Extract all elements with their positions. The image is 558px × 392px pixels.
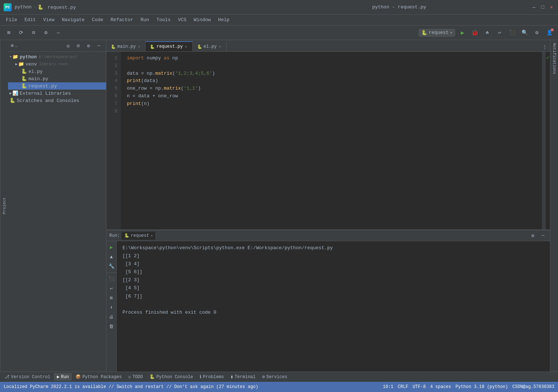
tree-venv-item[interactable]: ▶ 📁 venv library root — [8, 60, 106, 68]
title-bar-left: PC python › 🐍 request.py — [4, 3, 268, 11]
grid-icon: ⊞ — [11, 43, 13, 48]
python-packages-label: Python Packages — [82, 375, 122, 380]
toolbar-layout-btn[interactable]: ⊞ — [4, 28, 14, 38]
menu-bar: File Edit View Navigate Code Refactor Ru… — [0, 15, 558, 26]
menu-code[interactable]: Code — [89, 16, 106, 24]
venv-label: library root — [39, 62, 68, 66]
tree-request-py-item[interactable]: 🐍 request.py — [8, 82, 106, 90]
status-encoding[interactable]: UTF-8 — [413, 384, 426, 389]
run-divider-1 — [106, 273, 116, 273]
project-collapse-icon[interactable]: ⊟ — [74, 42, 83, 50]
bottom-tab-python-console[interactable]: 🐍 Python Console — [147, 373, 196, 381]
status-line-ending[interactable]: CRLF — [398, 384, 408, 389]
settings-button[interactable]: ⚙ — [532, 28, 542, 38]
run-header-icons: ⚙ — — [529, 232, 547, 240]
user-button[interactable]: 👤 — [544, 28, 554, 38]
bottom-tab-services[interactable]: ⚙ Services — [259, 373, 290, 381]
bottom-tab-run[interactable]: ▶ Run — [54, 373, 72, 381]
bottom-tab-version-control[interactable]: ⎇ Version Control — [1, 373, 53, 381]
run-tab-request[interactable]: 🐍 request ✕ — [121, 232, 156, 240]
main-py-name: main.py — [28, 76, 48, 82]
tab-main-py[interactable]: 🐍 main.py ✕ — [106, 42, 145, 51]
run-settings-icon[interactable]: ⚙ — [529, 232, 537, 240]
debug-button[interactable]: 🐞 — [470, 28, 480, 38]
stop-button[interactable]: ⬛ — [507, 28, 517, 38]
maximize-button[interactable]: □ — [540, 4, 546, 10]
request-py-icon: 🐍 — [21, 83, 27, 89]
notifications-label[interactable]: Notifications — [551, 40, 557, 77]
line-num-4: 4 — [108, 77, 120, 85]
run-button[interactable]: ▶ — [457, 28, 468, 38]
profile-button[interactable]: ↩ — [495, 28, 505, 38]
menu-refactor[interactable]: Refactor — [108, 16, 136, 24]
run-wrench-icon[interactable]: 🔧 — [108, 262, 116, 270]
menu-view[interactable]: View — [40, 16, 57, 24]
run-trash-icon[interactable]: 🗑 — [108, 322, 116, 330]
search-everywhere-button[interactable]: 🔍 — [519, 28, 530, 38]
toolbar-settings-btn[interactable]: ⚙ — [41, 28, 51, 38]
run-output: E:\Workspace\python\venv\Scripts\python.… — [117, 241, 550, 372]
run-rerun-icon[interactable]: ↩ — [108, 285, 116, 293]
tree-el-py-item[interactable]: 🐍 el.py — [8, 68, 106, 75]
title-bar: PC python › 🐍 request.py python - reques… — [0, 0, 558, 15]
tab-request-py[interactable]: 🐍 request.py ✕ — [145, 41, 192, 51]
project-panel-label[interactable]: Project — [0, 40, 8, 372]
tree-external-libs-item[interactable]: ▶ 📊 External Libraries — [8, 90, 106, 97]
tree-root-item[interactable]: ▾ 📁 python E:\Workspace\pyt — [8, 53, 106, 60]
window-title: python - request.py — [268, 4, 531, 10]
menu-run[interactable]: Run — [138, 16, 152, 24]
run-tab-close[interactable]: ✕ — [151, 234, 153, 238]
code-editor[interactable]: import numpy as np data = np.matrix('1,2… — [121, 52, 542, 230]
breadcrumb-file: 🐍 request.py — [38, 4, 76, 10]
run-print-icon[interactable]: 🖨 — [108, 313, 116, 321]
run-layout-icon[interactable]: ⊞ — [108, 294, 116, 302]
project-locate-icon[interactable]: ◎ — [64, 42, 73, 50]
status-position[interactable]: 10:1 — [383, 384, 394, 389]
bottom-tab-problems[interactable]: ℹ Problems — [197, 373, 227, 381]
bottom-tab-python-packages[interactable]: 📦 Python Packages — [73, 373, 125, 381]
status-python-version[interactable]: Python 3.10 (python) — [456, 384, 508, 389]
project-close-icon[interactable]: — — [94, 42, 103, 50]
run-minimize-icon[interactable]: — — [539, 232, 547, 240]
menu-help[interactable]: Help — [215, 16, 232, 24]
run-sortdown-icon[interactable]: ⬇ — [108, 303, 116, 311]
bottom-tab-todo[interactable]: ☑ TODO — [125, 373, 146, 381]
run-config-selector[interactable]: 🐍 request ▾ — [418, 29, 455, 37]
request-py-tab-close[interactable]: ✕ — [184, 44, 188, 49]
tree-scratches-item[interactable]: 🐍 Scratches and Consoles — [8, 97, 106, 104]
run-play-icon[interactable]: ▶ — [108, 243, 116, 251]
toolbar-sync-btn[interactable]: ⟳ — [16, 28, 26, 38]
tab-el-py[interactable]: 🐍 el.py ✕ — [193, 42, 227, 51]
run-panel-header: Run: 🐍 request ✕ ⚙ — — [106, 230, 550, 241]
pycharm-logo: PC — [4, 3, 12, 11]
tab-bar: 🐍 main.py ✕ 🐍 request.py ✕ 🐍 el.py ✕ ⋮ — [106, 40, 550, 52]
run-tab-name: request — [131, 233, 149, 238]
minimize-button[interactable]: — — [531, 4, 537, 10]
menu-navigate[interactable]: Navigate — [59, 16, 87, 24]
menu-vcs[interactable]: VCS — [175, 16, 189, 24]
scratches-icon: 🐍 — [9, 98, 15, 103]
project-gear-icon[interactable]: ⚙ — [84, 42, 93, 50]
project-panel-header: ⊞ … ◎ ⊟ ⚙ — — [8, 40, 106, 52]
run-config-name: request — [429, 30, 449, 35]
line-num-5: 5 — [108, 85, 120, 93]
status-indent[interactable]: 4 spaces — [430, 384, 451, 389]
menu-edit[interactable]: Edit — [22, 16, 39, 24]
menu-window[interactable]: Window — [191, 16, 214, 24]
main-py-tab-close[interactable]: ✕ — [137, 44, 141, 49]
editor-scrollbar[interactable] — [542, 52, 546, 230]
toolbar-collapse-btn[interactable]: ⊟ — [28, 28, 39, 38]
coverage-button[interactable]: ☘ — [482, 28, 492, 38]
close-button[interactable]: ✕ — [549, 4, 554, 10]
tab-more-button[interactable]: ⋮ — [539, 43, 550, 51]
run-stop-icon[interactable]: ⬛ — [108, 275, 116, 283]
tree-main-py-item[interactable]: 🐍 main.py — [8, 75, 106, 82]
run-output-finished: Process finished with exit code 0 — [122, 310, 216, 315]
menu-tools[interactable]: Tools — [153, 16, 173, 24]
bottom-tab-terminal[interactable]: ▮ Terminal — [227, 373, 258, 381]
el-py-tab-close[interactable]: ✕ — [218, 44, 222, 49]
toolbar-close-btn[interactable]: — — [53, 28, 63, 38]
external-libraries-label: External Libraries — [20, 91, 71, 96]
run-up-icon[interactable]: ▲ — [108, 253, 116, 261]
menu-file[interactable]: File — [3, 16, 20, 24]
